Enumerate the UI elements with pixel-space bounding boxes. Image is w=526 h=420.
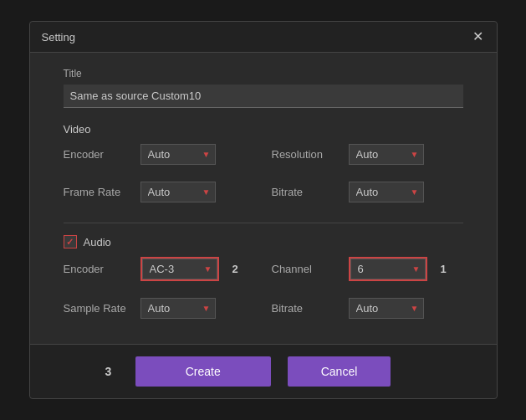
settings-dialog: Setting ✕ Title Video Encoder Auto H.264… [29, 21, 498, 399]
encoder-select[interactable]: Auto H.264 H.265 MPEG-4 [140, 144, 216, 165]
video-section-label: Video [64, 123, 463, 136]
dialog-body: Title Video Encoder Auto H.264 H.265 MPE… [30, 53, 497, 344]
audio-bitrate-select[interactable]: Auto 128k 192k 320k [349, 298, 424, 319]
video-fields: Encoder Auto H.264 H.265 MPEG-4 ▼ Frame … [64, 144, 463, 211]
dialog-title: Setting [42, 31, 75, 44]
resolution-label: Resolution [272, 148, 339, 161]
create-button[interactable]: Create [135, 356, 271, 387]
channel-select[interactable]: 6 2 1 [350, 259, 426, 279]
audio-header: ✓ Audio [64, 235, 463, 248]
audio-encoder-label: Encoder [64, 263, 130, 275]
cancel-button[interactable]: Cancel [288, 356, 391, 387]
resolution-select-wrapper: Auto 720p 1080p 4K ▼ [349, 144, 424, 165]
frame-rate-select-wrapper: Auto 23.976 24 25 29.97 30 60 ▼ [140, 182, 216, 202]
channel-row: Channel 6 2 1 ▼ 1 [272, 257, 463, 281]
audio-section-label: Audio [84, 236, 111, 248]
audio-left-col: Encoder AC-3 AAC MP3 PCM ▼ 2 Sample R [64, 257, 255, 327]
audio-bitrate-label: Bitrate [272, 302, 339, 315]
encoder-row: Encoder Auto H.264 H.265 MPEG-4 ▼ [64, 144, 255, 165]
video-right-col: Resolution Auto 720p 1080p 4K ▼ Bitrate [272, 144, 463, 211]
audio-checkbox-wrapper[interactable]: ✓ [64, 235, 77, 248]
encoder-label: Encoder [64, 148, 130, 161]
channel-label: Channel [272, 263, 339, 275]
audio-bitrate-row: Bitrate Auto 128k 192k 320k ▼ [272, 298, 463, 319]
audio-checkbox[interactable]: ✓ [64, 235, 77, 248]
video-left-col: Encoder Auto H.264 H.265 MPEG-4 ▼ Frame … [64, 144, 255, 211]
video-bitrate-select[interactable]: Auto 1000k 2000k 5000k [349, 182, 424, 202]
close-button[interactable]: ✕ [471, 30, 485, 44]
audio-encoder-row: Encoder AC-3 AAC MP3 PCM ▼ 2 [64, 257, 255, 281]
title-label: Title [64, 68, 463, 79]
dialog-titlebar: Setting ✕ [30, 22, 497, 53]
video-bitrate-select-wrapper: Auto 1000k 2000k 5000k ▼ [349, 182, 424, 202]
encoder-select-wrapper: Auto H.264 H.265 MPEG-4 ▼ [140, 144, 216, 165]
audio-encoder-select[interactable]: AC-3 AAC MP3 PCM [142, 259, 217, 279]
audio-bitrate-select-wrapper: Auto 128k 192k 320k ▼ [349, 298, 424, 319]
video-bitrate-row: Bitrate Auto 1000k 2000k 5000k ▼ [272, 182, 463, 202]
resolution-row: Resolution Auto 720p 1080p 4K ▼ [272, 144, 463, 165]
checkmark-icon: ✓ [66, 237, 74, 248]
sample-rate-select-wrapper: Auto 44100 48000 ▼ [140, 298, 216, 319]
video-bitrate-label: Bitrate [272, 186, 339, 198]
title-input[interactable] [64, 85, 463, 108]
dialog-footer: 3 Create Cancel [30, 344, 497, 398]
frame-rate-select[interactable]: Auto 23.976 24 25 29.97 30 60 [140, 182, 216, 202]
encoder-badge: 2 [232, 263, 238, 275]
channel-badge: 1 [441, 263, 447, 275]
frame-rate-row: Frame Rate Auto 23.976 24 25 29.97 30 60… [64, 182, 255, 202]
audio-encoder-select-wrapper: AC-3 AAC MP3 PCM ▼ [140, 257, 219, 281]
sample-rate-row: Sample Rate Auto 44100 48000 ▼ [64, 298, 255, 319]
sample-rate-label: Sample Rate [64, 302, 130, 315]
sample-rate-select[interactable]: Auto 44100 48000 [140, 298, 216, 319]
frame-rate-label: Frame Rate [64, 186, 130, 198]
divider [64, 223, 463, 223]
audio-fields: Encoder AC-3 AAC MP3 PCM ▼ 2 Sample R [64, 257, 463, 327]
create-badge: 3 [105, 365, 112, 378]
audio-right-col: Channel 6 2 1 ▼ 1 Bitrate [272, 257, 463, 327]
resolution-select[interactable]: Auto 720p 1080p 4K [349, 144, 424, 165]
channel-select-wrapper: 6 2 1 ▼ [349, 257, 427, 281]
